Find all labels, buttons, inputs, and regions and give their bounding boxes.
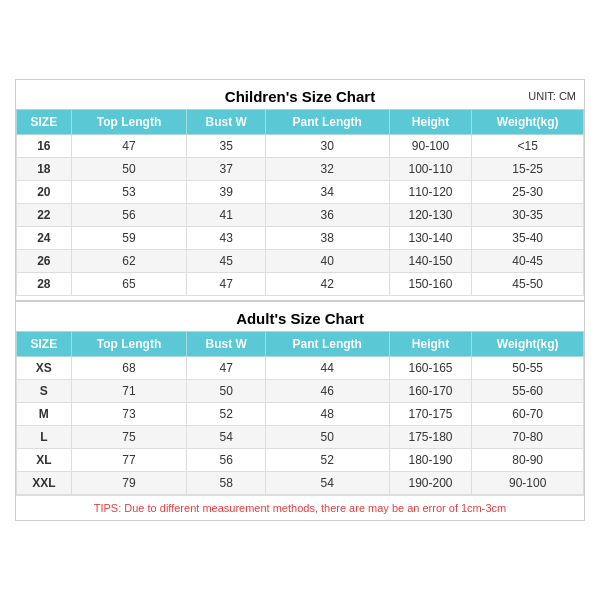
table-cell: 30	[265, 135, 389, 158]
table-cell: 44	[265, 357, 389, 380]
table-cell: 45	[187, 250, 265, 273]
adult-col-weight: Weight(kg)	[472, 332, 584, 357]
table-cell: 47	[187, 357, 265, 380]
table-cell: XS	[17, 357, 72, 380]
adult-col-top-length: Top Length	[71, 332, 187, 357]
children-table: SIZE Top Length Bust W Pant Length Heigh…	[16, 109, 584, 296]
table-cell: 37	[187, 158, 265, 181]
table-cell: 36	[265, 204, 389, 227]
table-cell: 47	[71, 135, 187, 158]
table-cell: 40	[265, 250, 389, 273]
table-cell: 90-100	[472, 472, 584, 495]
table-cell: 71	[71, 380, 187, 403]
table-cell: 170-175	[389, 403, 472, 426]
table-row: XL775652180-19080-90	[17, 449, 584, 472]
table-cell: 30-35	[472, 204, 584, 227]
table-cell: 75	[71, 426, 187, 449]
table-cell: 59	[71, 227, 187, 250]
table-cell: 26	[17, 250, 72, 273]
adult-table: SIZE Top Length Bust W Pant Length Heigh…	[16, 331, 584, 495]
table-cell: S	[17, 380, 72, 403]
table-cell: 40-45	[472, 250, 584, 273]
table-cell: 56	[71, 204, 187, 227]
children-section-title: Children's Size Chart UNIT: CM	[16, 80, 584, 109]
table-cell: 16	[17, 135, 72, 158]
table-cell: 48	[265, 403, 389, 426]
table-row: M735248170-17560-70	[17, 403, 584, 426]
table-row: S715046160-17055-60	[17, 380, 584, 403]
table-cell: 34	[265, 181, 389, 204]
adult-col-bust-w: Bust W	[187, 332, 265, 357]
table-row: 18503732100-11015-25	[17, 158, 584, 181]
table-cell: 55-60	[472, 380, 584, 403]
table-cell: <15	[472, 135, 584, 158]
table-cell: XXL	[17, 472, 72, 495]
size-chart-container: Children's Size Chart UNIT: CM SIZE Top …	[15, 79, 585, 521]
children-title-text: Children's Size Chart	[225, 88, 375, 105]
table-cell: 39	[187, 181, 265, 204]
table-cell: 18	[17, 158, 72, 181]
table-cell: 150-160	[389, 273, 472, 296]
table-cell: 50	[71, 158, 187, 181]
table-cell: 46	[265, 380, 389, 403]
table-cell: 41	[187, 204, 265, 227]
table-cell: 42	[265, 273, 389, 296]
table-cell: 100-110	[389, 158, 472, 181]
table-row: L755450175-18070-80	[17, 426, 584, 449]
table-cell: 50-55	[472, 357, 584, 380]
table-cell: 175-180	[389, 426, 472, 449]
table-cell: 20	[17, 181, 72, 204]
table-cell: 53	[71, 181, 187, 204]
children-tbody: 1647353090-100<1518503732100-11015-25205…	[17, 135, 584, 296]
table-cell: 140-150	[389, 250, 472, 273]
children-header-row: SIZE Top Length Bust W Pant Length Heigh…	[17, 110, 584, 135]
table-cell: 79	[71, 472, 187, 495]
adult-header-row: SIZE Top Length Bust W Pant Length Heigh…	[17, 332, 584, 357]
table-row: 22564136120-13030-35	[17, 204, 584, 227]
table-cell: 110-120	[389, 181, 472, 204]
table-cell: 60-70	[472, 403, 584, 426]
table-cell: 68	[71, 357, 187, 380]
adult-col-size: SIZE	[17, 332, 72, 357]
table-cell: 43	[187, 227, 265, 250]
adult-title-text: Adult's Size Chart	[236, 310, 364, 327]
table-cell: 90-100	[389, 135, 472, 158]
table-row: 24594338130-14035-40	[17, 227, 584, 250]
table-cell: 56	[187, 449, 265, 472]
table-cell: 35	[187, 135, 265, 158]
table-cell: 180-190	[389, 449, 472, 472]
col-pant-length: Pant Length	[265, 110, 389, 135]
table-cell: 62	[71, 250, 187, 273]
table-cell: 28	[17, 273, 72, 296]
table-cell: 77	[71, 449, 187, 472]
adult-section-title: Adult's Size Chart	[16, 300, 584, 331]
table-cell: 50	[265, 426, 389, 449]
table-cell: XL	[17, 449, 72, 472]
table-cell: 25-30	[472, 181, 584, 204]
table-cell: 52	[265, 449, 389, 472]
table-cell: 120-130	[389, 204, 472, 227]
adult-col-pant-length: Pant Length	[265, 332, 389, 357]
table-cell: 50	[187, 380, 265, 403]
table-cell: 24	[17, 227, 72, 250]
table-cell: 35-40	[472, 227, 584, 250]
table-cell: 73	[71, 403, 187, 426]
col-size: SIZE	[17, 110, 72, 135]
col-bust-w: Bust W	[187, 110, 265, 135]
table-cell: 65	[71, 273, 187, 296]
table-cell: 190-200	[389, 472, 472, 495]
table-row: XS684744160-16550-55	[17, 357, 584, 380]
table-row: 26624540140-15040-45	[17, 250, 584, 273]
col-top-length: Top Length	[71, 110, 187, 135]
table-cell: 22	[17, 204, 72, 227]
table-cell: 52	[187, 403, 265, 426]
table-cell: 160-165	[389, 357, 472, 380]
table-cell: 54	[265, 472, 389, 495]
table-row: 20533934110-12025-30	[17, 181, 584, 204]
table-cell: 58	[187, 472, 265, 495]
tips-text: TIPS: Due to different measurement metho…	[16, 495, 584, 520]
table-cell: 15-25	[472, 158, 584, 181]
table-cell: 80-90	[472, 449, 584, 472]
table-cell: 38	[265, 227, 389, 250]
table-row: 1647353090-100<15	[17, 135, 584, 158]
